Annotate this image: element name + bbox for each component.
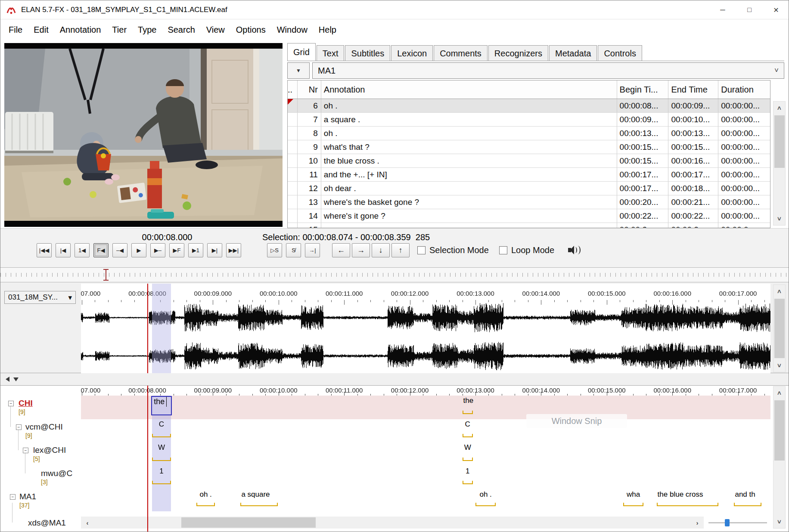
grid-row[interactable]: 1500:00:2...00:00:2...00:00:0...	[288, 223, 770, 228]
tab-controls[interactable]: Controls	[598, 45, 642, 61]
annotation-block[interactable]: C	[152, 420, 171, 437]
tab-comments[interactable]: Comments	[434, 45, 488, 61]
annotation-selected[interactable]: the	[151, 396, 171, 415]
pixel-right-button[interactable]: ▶–	[150, 243, 165, 257]
grid-row[interactable]: 12oh dear .00:00:17...00:00:18...00:00:0…	[288, 182, 770, 195]
menu-tier[interactable]: Tier	[106, 20, 132, 40]
scroll-down-icon[interactable]: ˅	[773, 359, 785, 372]
annotation-block[interactable]: 1	[463, 467, 473, 484]
tier-scrollbar[interactable]: ˄ ˅	[773, 386, 786, 529]
scroll-down-icon[interactable]: ˅	[773, 515, 785, 528]
grid-column-header[interactable]: Begin Ti...	[617, 80, 669, 99]
annotation-block[interactable]: 1	[152, 467, 171, 484]
go-to-previous-scrollview-button[interactable]: |◀	[56, 243, 71, 257]
menu-annotation[interactable]: Annotation	[54, 20, 107, 40]
annotation-up-button[interactable]: ↑	[391, 243, 410, 257]
selection-mode-checkbox[interactable]	[417, 246, 426, 254]
menu-file[interactable]: File	[3, 20, 28, 40]
tier-name-vcm-chi[interactable]: vcm@CHI	[25, 422, 63, 432]
pixel-left-button[interactable]: –◀	[112, 243, 127, 257]
grid-row[interactable]: 11and the +... [+ IN]00:00:17...00:00:17…	[288, 168, 770, 182]
zoom-slider-thumb[interactable]	[725, 519, 730, 526]
maximize-button[interactable]: □	[736, 0, 763, 19]
annotation-block[interactable]: a square	[240, 490, 278, 506]
grid-row[interactable]: 9what's that ?00:00:15...00:00:15...00:0…	[288, 140, 770, 154]
go-to-end-button[interactable]: ▶▶|	[226, 243, 241, 257]
collapse-down-icon[interactable]	[13, 377, 19, 381]
minimize-button[interactable]: ─	[709, 0, 736, 19]
grid-tier-combobox[interactable]: MA1 ˅	[312, 62, 784, 79]
menu-help[interactable]: Help	[313, 20, 342, 40]
waveform-scrollbar[interactable]: ˄ ˅	[773, 285, 786, 372]
grid-column-header[interactable]: Duration	[718, 80, 770, 99]
grid-row[interactable]: 7a square .00:00:09...00:00:10...00:00:0…	[288, 113, 770, 127]
grid-row[interactable]: 13where's the basket gone ?00:00:20...00…	[288, 195, 770, 209]
tier-scrollbar-thumb[interactable]	[774, 400, 785, 461]
menu-search[interactable]: Search	[162, 20, 200, 40]
timeline-scrollbar-thumb[interactable]	[181, 517, 316, 528]
timeline-horizontal-scrollbar[interactable]: ‹ ›	[81, 517, 704, 529]
tier-playhead[interactable]	[147, 386, 148, 532]
media-position-marker[interactable]	[103, 269, 109, 281]
tab-grid[interactable]: Grid	[287, 43, 316, 61]
zoom-slider[interactable]	[708, 519, 767, 526]
annotation-down-button[interactable]: ↓	[372, 243, 390, 257]
scroll-down-icon[interactable]: ˅	[773, 212, 785, 225]
menu-options[interactable]: Options	[230, 20, 271, 40]
media-selector[interactable]: 031_18M_SY... ▾	[4, 291, 76, 304]
media-position-slider[interactable]	[0, 267, 789, 282]
previous-annotation-button[interactable]: ←	[332, 243, 350, 257]
grid-mode-dropdown[interactable]: ▼	[287, 62, 310, 79]
annotation-block[interactable]: oh .	[196, 490, 215, 506]
waveform-scrollbar-thumb[interactable]	[774, 299, 785, 358]
tree-collapse-icon[interactable]: −	[8, 401, 14, 406]
previous-frame-button[interactable]: F◀	[93, 243, 109, 257]
tab-lexicon[interactable]: Lexicon	[391, 45, 433, 61]
tier-name-lex-chi[interactable]: lex@CHI	[33, 445, 66, 455]
menu-window[interactable]: Window	[271, 20, 313, 40]
tier-name-mwu-c[interactable]: mwu@C	[41, 469, 72, 478]
annotation-block[interactable]: the	[463, 396, 473, 414]
tab-text[interactable]: Text	[317, 45, 345, 61]
split-handle[interactable]	[0, 373, 789, 385]
grid-row[interactable]: 6oh .00:00:08...00:00:09...00:00:00...	[288, 99, 770, 113]
menu-type[interactable]: Type	[132, 20, 162, 40]
grid-column-header[interactable]: ..	[288, 80, 298, 99]
grid-column-header[interactable]: Nr	[298, 80, 321, 99]
second-left-button[interactable]: 1◀	[75, 243, 90, 257]
scroll-right-icon[interactable]: ›	[691, 517, 704, 529]
grid-scrollbar-thumb[interactable]	[774, 115, 785, 168]
go-to-next-scrollview-button[interactable]: ▶|	[207, 243, 222, 257]
scroll-left-icon[interactable]: ‹	[81, 517, 94, 529]
next-frame-button[interactable]: ▶F	[169, 243, 184, 257]
grid-row[interactable]: 14where's it gone ?00:00:22...00:00:22..…	[288, 209, 770, 223]
tab-recognizers[interactable]: Recognizers	[488, 45, 548, 61]
menu-edit[interactable]: Edit	[28, 20, 54, 40]
grid-column-header[interactable]: Annotation	[321, 80, 617, 99]
annotation-block[interactable]: and th	[734, 490, 761, 506]
tier-name-xds-ma1[interactable]: xds@MA1	[28, 518, 66, 528]
clear-selection-button[interactable]: S̸	[286, 243, 301, 257]
volume-icon[interactable]	[568, 245, 582, 255]
play-pause-button[interactable]: ▶	[131, 243, 146, 257]
collapse-left-icon[interactable]	[6, 377, 9, 382]
next-annotation-button[interactable]: →	[352, 243, 370, 257]
waveform-playhead[interactable]	[147, 284, 148, 373]
tree-collapse-icon[interactable]: −	[23, 448, 28, 453]
tab-metadata[interactable]: Metadata	[549, 45, 597, 61]
crosshair-to-selection-button[interactable]: →|	[305, 243, 320, 257]
grid-scrollbar[interactable]: ˄ ˅	[773, 101, 786, 226]
tier-panel[interactable]: 00:00:07.00000:00:08.00000:00:09.00000:0…	[0, 385, 789, 532]
tree-collapse-icon[interactable]: −	[16, 424, 22, 430]
annotation-block[interactable]: wha	[623, 490, 643, 506]
grid-row[interactable]: 8oh .00:00:13...00:00:13...00:00:00...	[288, 127, 770, 140]
close-button[interactable]: ✕	[763, 0, 789, 19]
tier-name-ma1[interactable]: MA1	[19, 492, 36, 501]
scroll-up-icon[interactable]: ˄	[773, 285, 785, 298]
tab-subtitles[interactable]: Subtitles	[345, 45, 390, 61]
annotation-block[interactable]: the blue cross	[657, 490, 718, 506]
annotation-block[interactable]: oh .	[475, 490, 496, 506]
video-player[interactable]	[4, 43, 283, 227]
annotation-block[interactable]: W	[463, 443, 473, 461]
annotation-block[interactable]: C	[463, 420, 473, 437]
